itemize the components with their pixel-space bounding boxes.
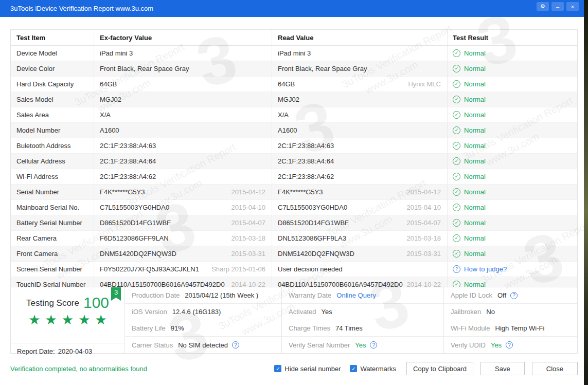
read-value-cell: F4K******G5Y3 2015-04-12	[272, 185, 448, 199]
summary-row: Activated Yes ?	[282, 304, 443, 320]
watermarks-checkbox-group[interactable]: ✓ Watermarks	[350, 365, 396, 373]
check-circle-icon: ✓	[453, 219, 460, 227]
summary-label: Apple ID Lock	[451, 291, 492, 299]
test-result-flag: ✓ Normal	[453, 80, 486, 88]
read-value-cell: A1600	[272, 123, 448, 138]
hide-serial-checkbox-group[interactable]: ✓ Hide serial number	[274, 365, 341, 373]
test-item-cell: Screen Serial Number	[11, 262, 94, 277]
read-value-cell: 64GB Hynix MLC	[272, 77, 448, 91]
read-value: X/A	[278, 111, 289, 119]
check-circle-icon: ✓	[453, 65, 460, 72]
test-item-cell: Rear Camera	[11, 231, 94, 246]
summary-column-3: Apple ID Lock Off ? Jailbroken No ? Wi-F…	[444, 287, 577, 353]
check-circle-icon: ✓	[453, 49, 460, 57]
watermarks-checkbox[interactable]: ✓	[350, 365, 357, 372]
test-result-cell: ✓ Normal	[448, 246, 577, 261]
table-row-4: Sales Area X/A X/A ✓ Normal	[11, 107, 577, 123]
test-item-cell: Battery Serial Number	[11, 215, 94, 230]
help-question-icon[interactable]: ?	[506, 341, 513, 349]
summary-value[interactable]: Online Query	[336, 291, 376, 299]
read-value: A1600	[278, 126, 297, 134]
table-row-8: Wi-Fi Address 2C:1F:23:88:A4:62 2C:1F:23…	[11, 169, 577, 185]
help-question-icon[interactable]: ?	[370, 341, 377, 349]
table-row-7: Cellular Address 2C:1F:23:88:A4:64 2C:1F…	[11, 154, 577, 169]
save-button[interactable]: Save	[480, 362, 525, 375]
ex-factory-note: 2015-03-18	[231, 234, 266, 242]
star-rating: ★★★★★	[11, 313, 124, 327]
col-header-read-value: Read Value	[272, 30, 448, 45]
test-result-flag[interactable]: ? How to judge?	[453, 265, 507, 273]
summary-value: Off	[497, 291, 506, 299]
check-circle-icon: ✓	[453, 173, 460, 180]
test-item-cell: Sales Model	[11, 92, 94, 107]
close-button[interactable]: Close	[532, 362, 578, 375]
test-result-flag: ✓ Normal	[453, 126, 486, 134]
test-result-flag: ✓ Normal	[453, 204, 486, 211]
summary-label: Charge Times	[289, 324, 330, 332]
test-result-flag: ✓ Normal	[453, 234, 486, 242]
col-header-test-item: Test Item	[11, 30, 94, 45]
summary-value: No SIM detected	[178, 341, 228, 349]
summary-value: 91%	[171, 324, 184, 332]
test-result-flag: ✓ Normal	[453, 188, 486, 196]
ex-factory-value-cell: A1600	[94, 123, 272, 138]
ex-factory-value-cell: iPad mini 3	[94, 46, 272, 61]
help-question-icon[interactable]: ?	[232, 341, 239, 349]
close-icon: ×	[571, 4, 574, 10]
summary-label: Jailbroken	[451, 308, 481, 316]
read-value: DNL5123086GFF9LA3	[278, 234, 346, 242]
ex-factory-value: F0Y50220J7XFQ5J93A3CJKLN1	[100, 265, 199, 273]
read-value: Front Black, Rear Space Gray	[278, 65, 367, 72]
help-question-icon[interactable]: ?	[510, 292, 518, 299]
col-header-ex-factory-value: Ex-factory Value	[94, 30, 272, 45]
ex-factory-value: MGJ02	[100, 96, 121, 103]
read-value-cell: 2C:1F:23:88:A4:62	[272, 169, 448, 184]
title-bar[interactable]: 3uTools iDevice Verification Report www.…	[0, 0, 584, 17]
ex-factory-value-cell: DNM51420DQ2FNQW3D 2015-03-31	[94, 246, 272, 261]
close-window-button[interactable]: ×	[566, 2, 579, 11]
testing-score-label: Testing Score	[26, 298, 79, 308]
test-item-cell: Model Number	[11, 123, 94, 138]
summary-value: No	[486, 308, 495, 316]
summary-value: 2015/04/12 (15th Week )	[185, 291, 258, 299]
read-note: 2015-03-31	[407, 250, 441, 258]
check-circle-icon: ✓	[453, 142, 460, 150]
app-window: 3uTools iDevice Verification Report www.…	[0, 0, 584, 385]
summary-row: Production Date 2015/04/12 (15th Week ) …	[125, 287, 281, 304]
ex-factory-value-cell: 2C:1F:23:88:A4:62	[94, 169, 272, 184]
settings-button[interactable]: ⚙	[537, 2, 549, 11]
window-title: 3uTools iDevice Verification Report www.…	[10, 5, 153, 12]
window-controls: ⚙ – ×	[537, 2, 579, 11]
ex-factory-value-cell: 2C:1F:23:88:A4:64	[94, 154, 272, 169]
summary-label: Verify Serial Number	[289, 341, 350, 349]
table-row-13: Front Camera DNM51420DQ2FNQW3D 2015-03-3…	[11, 246, 577, 262]
summary-value: 74 Times	[335, 324, 363, 332]
test-result-cell: ✓ Normal	[448, 154, 577, 169]
hide-serial-checkbox[interactable]: ✓	[274, 365, 281, 372]
summary-row: Jailbroken No ?	[444, 304, 577, 320]
summary-row: Battery Life 91% ?	[125, 320, 281, 337]
copy-to-clipboard-button[interactable]: Copy to Clipboard	[406, 362, 473, 375]
testing-score-cell: 3 Testing Score100 ★★★★★ Report Date: 20…	[11, 287, 125, 353]
test-result-cell: ✓ Normal	[448, 61, 577, 76]
read-value-cell: DNL5123086GFF9LA3 2015-03-18	[272, 231, 448, 246]
table-row-14: Screen Serial Number F0Y50220J7XFQ5J93A3…	[11, 262, 577, 277]
ex-factory-value-cell: MGJ02	[94, 92, 272, 107]
checkmark-icon: ✓	[276, 366, 280, 372]
ex-factory-value: Front Black, Rear Space Gray	[100, 65, 189, 72]
summary-label: Verify UDID	[451, 341, 486, 349]
report-date-value: 2020-04-03	[58, 347, 93, 355]
ex-factory-value: 2C:1F:23:88:A4:64	[100, 157, 156, 165]
minimize-button[interactable]: –	[551, 2, 564, 11]
test-result-label: Normal	[464, 65, 486, 72]
read-value-cell: X/A	[272, 107, 448, 122]
summary-value: Yes	[355, 341, 366, 349]
test-item-cell: Device Model	[11, 46, 94, 61]
test-result-label: Normal	[464, 157, 486, 165]
test-result-cell: ✓ Normal	[448, 200, 577, 215]
report-date-row: Report Date: 2020-04-03	[11, 343, 124, 359]
summary-row: Carrier Status No SIM detected ?	[125, 337, 281, 353]
test-result-cell: ✓ Normal	[448, 92, 577, 107]
test-item-cell: Front Camera	[11, 246, 94, 261]
desktop-background-strip	[584, 0, 588, 385]
